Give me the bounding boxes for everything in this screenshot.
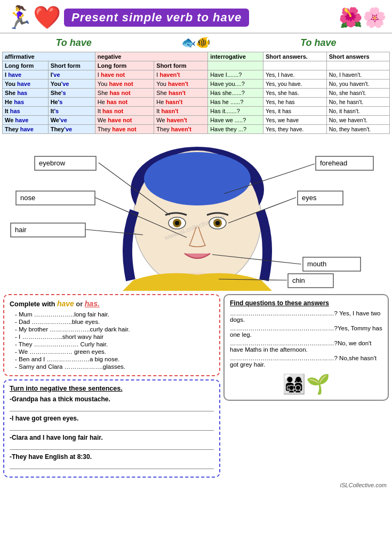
table-cell: He has <box>3 98 49 107</box>
col-interrogative: interrogative <box>208 52 263 61</box>
table-cell: No, I haven't. <box>326 70 389 80</box>
svg-point-7 <box>175 221 179 225</box>
table-cell: It hasn't <box>154 107 208 116</box>
table-cell: She has not <box>95 89 154 98</box>
table-cell: He's <box>48 98 95 107</box>
conjugation-tbody: I have I've I have not I haven't Have I.… <box>3 70 390 134</box>
table-cell: You have not <box>95 80 154 89</box>
table-cell: You've <box>48 80 95 89</box>
title-box: Present simple verb to have <box>64 9 249 27</box>
flowers-icon: 🌺🌸 <box>339 6 387 29</box>
col-short-yes: Short answers. <box>263 52 327 61</box>
subhdr-short: Short form <box>48 61 95 70</box>
table-cell: Yes, you have. <box>263 80 327 89</box>
list-item: -Clara and I have long fair hair. <box>10 434 214 441</box>
table-cell: We've <box>48 116 95 125</box>
svg-text:chin: chin <box>292 276 305 284</box>
family-illustration: 👨‍👩‍👧‍👦🌱 <box>282 373 330 395</box>
table-cell: No, she hasn't. <box>326 89 389 98</box>
table-cell: Has it.......? <box>208 107 263 116</box>
subhdr-short-no <box>326 61 389 70</box>
ex3-items: ……………………………………………? Yes, I have two dogs.… <box>230 310 382 368</box>
table-cell: I have <box>3 70 49 80</box>
list-item: -I have got green eyes. <box>10 415 214 422</box>
subhdr-interrog <box>208 61 263 70</box>
list-item: - We ………………… green eyes. <box>10 348 214 355</box>
bottom-area: Complete with have or has. - Mum ……………….… <box>0 291 392 481</box>
table-cell: It's <box>48 107 95 116</box>
answer-line[interactable] <box>10 404 214 411</box>
table-cell: You haven't <box>154 80 208 89</box>
table-cell: We haven't <box>154 116 208 125</box>
page-header: 🏃‍♀️❤️ Present simple verb to have 🌺🌸 <box>0 0 392 34</box>
table-cell: Have I.......? <box>208 70 263 80</box>
exercise-find-questions: Find questions to these answers ……………………… <box>223 294 389 401</box>
table-cell: Have you....? <box>208 80 263 89</box>
ex1-title-text: Complete with <box>10 300 55 308</box>
table-cell: Yes, it has <box>263 107 327 116</box>
table-cell: No, it hasn't. <box>326 107 389 116</box>
ex1-title: Complete with have or has. <box>10 299 214 308</box>
svg-text:mouth: mouth <box>307 260 326 268</box>
page-footer: iSLCollective.com <box>0 481 392 489</box>
table-cell: I've <box>48 70 95 80</box>
svg-rect-4 <box>149 179 245 188</box>
table-cell: They have <box>3 125 49 134</box>
table-cell: They have not <box>95 125 154 134</box>
answer-line[interactable] <box>10 462 214 469</box>
table-cell: She has <box>3 89 49 98</box>
answer-line[interactable] <box>10 423 214 431</box>
heart-icon: 🏃‍♀️❤️ <box>5 4 61 30</box>
list-item: ……………………………………………? Yes, I have two dogs. <box>230 310 382 323</box>
table-cell: It has not <box>95 107 154 116</box>
header-left: 🏃‍♀️❤️ Present simple verb to have <box>5 4 249 30</box>
table-cell: Yes, she has. <box>263 89 327 98</box>
list-item: - My brother ………………..curly dark hair. <box>10 326 214 332</box>
table-cell: No, they haven't. <box>326 125 389 134</box>
ex2-items: -Grandpa has a thick moustache.-I have g… <box>10 395 214 469</box>
table-cell: We have <box>3 116 49 125</box>
svg-text:eyebrow: eyebrow <box>39 159 66 167</box>
table-cell: Yes, he has <box>263 98 327 107</box>
page-title: Present simple verb to have <box>71 11 242 24</box>
list-item: -Grandpa has a thick moustache. <box>10 395 214 403</box>
table-cell: They've <box>48 125 95 134</box>
ex1-has-word: has. <box>85 299 100 308</box>
list-item: ……………………………………………? No,she hasn't got gre… <box>230 355 382 368</box>
answer-line[interactable] <box>10 442 214 450</box>
ex1-have-word: have <box>57 299 74 308</box>
table-cell: He hasn't <box>154 98 208 107</box>
table-cell: Yes, they have. <box>263 125 327 134</box>
subhdr-short2: Short form <box>154 61 208 70</box>
table-cell: Yes, we have <box>263 116 327 125</box>
to-have-row: To have 🐟🐠 To have <box>0 34 392 52</box>
list-item: - Samy and Clara ……………….glasses. <box>10 363 214 370</box>
subhdr-long: Long form <box>3 61 49 70</box>
svg-text:eyes: eyes <box>302 194 317 202</box>
fish-decoration: 🐟🐠 <box>181 36 210 50</box>
exercise-complete: Complete with have or has. - Mum ……………….… <box>3 294 220 376</box>
ex3-title: Find questions to these answers <box>230 299 382 307</box>
svg-text:forehead: forehead <box>320 159 347 167</box>
table-cell: They haven't <box>154 125 208 134</box>
table-cell: Have they ...? <box>208 125 263 134</box>
table-cell: Yes, I have. <box>263 70 327 80</box>
svg-text:hair: hair <box>15 226 27 234</box>
to-have-label-2: To have <box>300 37 336 49</box>
right-column: Find questions to these answers ……………………… <box>223 294 389 478</box>
ex3-title-text: Find questions to these answers <box>230 299 329 307</box>
exercise-negative: Turn into negative these sentences. -Gra… <box>3 379 220 478</box>
table-cell: Have we .....? <box>208 116 263 125</box>
table-cell: You have <box>3 80 49 89</box>
footer-text: iSLCollective.com <box>340 482 387 488</box>
ex2-title: Turn into negative these sentences. <box>10 385 214 392</box>
col-affirmative: affirmative <box>3 52 95 61</box>
subhdr-long2: Long form <box>95 61 154 70</box>
ex1-or-word: or <box>76 300 83 308</box>
table-cell: He has not <box>95 98 154 107</box>
table-cell: No, you haven't. <box>326 80 389 89</box>
list-item: ……………………………………………?Yes, Tommy has one leg… <box>230 325 382 338</box>
face-diagram: eyebrow forehead nose eyes hair mouth ch… <box>0 136 392 291</box>
list-item: - I ………………..short wavy hair <box>10 334 214 340</box>
table-cell: We have not <box>95 116 154 125</box>
